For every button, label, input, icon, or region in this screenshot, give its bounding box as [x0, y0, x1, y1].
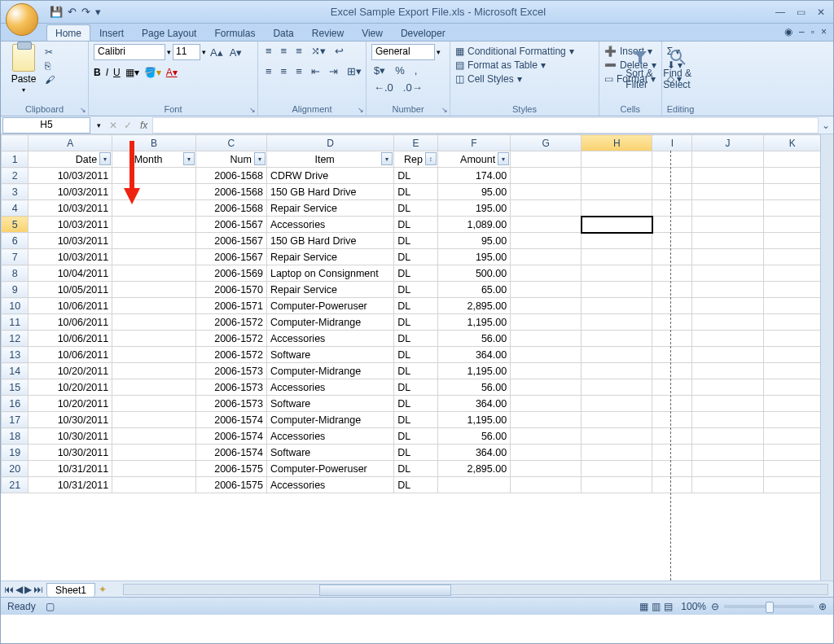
orientation-icon[interactable]: ⤭▾ — [309, 44, 328, 58]
cell-10-K[interactable] — [763, 298, 822, 314]
bold-button[interactable]: B — [94, 67, 101, 78]
cell-13-H[interactable] — [582, 347, 652, 363]
tab-formulas[interactable]: Formulas — [205, 24, 264, 41]
cell-13-J[interactable] — [692, 347, 763, 363]
cell-14-B[interactable] — [112, 363, 196, 379]
cell-12-F[interactable]: 56.00 — [437, 331, 510, 347]
italic-button[interactable]: I — [106, 67, 108, 78]
row-header-9[interactable]: 9 — [2, 282, 29, 298]
cell-5-C[interactable]: 2006-1567 — [195, 217, 266, 233]
col-header-G[interactable]: G — [511, 135, 582, 151]
increase-decimal-icon[interactable]: ←.0 — [371, 81, 396, 94]
cell-11-B[interactable] — [112, 314, 196, 331]
cell-21-F[interactable] — [437, 477, 510, 493]
cell-9-J[interactable] — [692, 282, 763, 298]
cell-20-D[interactable]: Computer-Poweruser — [266, 461, 393, 477]
cell-10-B[interactable] — [112, 298, 196, 314]
cancel-formula-icon[interactable]: ✕ — [106, 120, 121, 131]
align-center-icon[interactable]: ≡ — [279, 64, 290, 78]
cell-4-E[interactable]: DL — [394, 200, 438, 217]
cell-18-D[interactable]: Accessories — [266, 428, 393, 445]
cell-7-G[interactable] — [511, 249, 582, 265]
cell-13-D[interactable]: Software — [266, 347, 393, 363]
align-top-icon[interactable]: ≡ — [263, 44, 274, 58]
cell-8-H[interactable] — [582, 265, 652, 282]
grow-font-icon[interactable]: A▴ — [208, 46, 226, 59]
help-icon[interactable]: ◉ — [784, 26, 792, 37]
cell-6-A[interactable]: 10/03/2011 — [29, 233, 112, 249]
row-header-12[interactable]: 12 — [2, 331, 29, 347]
cell-2-J[interactable] — [692, 168, 763, 184]
cell-20-J[interactable] — [692, 461, 763, 477]
row-header-6[interactable]: 6 — [2, 233, 29, 249]
cell-2-E[interactable]: DL — [394, 168, 438, 184]
cell-19-A[interactable]: 10/30/2011 — [29, 445, 112, 461]
cell-6-F[interactable]: 95.00 — [437, 233, 510, 249]
row-header-10[interactable]: 10 — [2, 298, 29, 314]
cell-18-E[interactable]: DL — [394, 428, 438, 445]
cell-17-G[interactable] — [511, 412, 582, 428]
cell-11-E[interactable]: DL — [394, 314, 438, 331]
cell-10-G[interactable] — [511, 298, 582, 314]
cell-12-G[interactable] — [511, 331, 582, 347]
col-header-C[interactable]: C — [195, 135, 266, 151]
cell-18-A[interactable]: 10/30/2011 — [29, 428, 112, 445]
align-middle-icon[interactable]: ≡ — [279, 44, 290, 58]
row-header-19[interactable]: 19 — [2, 445, 29, 461]
cell-16-B[interactable] — [112, 396, 196, 412]
select-all-corner[interactable] — [2, 135, 29, 151]
cell-7-A[interactable]: 10/03/2011 — [29, 249, 112, 265]
cell-styles-button[interactable]: ◫ Cell Styles ▾ — [455, 73, 522, 85]
cell-11-K[interactable] — [763, 314, 822, 331]
cell-21-J[interactable] — [692, 477, 763, 493]
row-header-5[interactable]: 5 — [2, 217, 29, 233]
number-launcher-icon[interactable]: ↘ — [441, 106, 448, 114]
cell-5-K[interactable] — [763, 217, 822, 233]
cell-1-K[interactable] — [763, 151, 822, 168]
col-header-A[interactable]: A — [29, 135, 112, 151]
cell-18-H[interactable] — [582, 428, 652, 445]
tab-home[interactable]: Home — [46, 24, 90, 41]
vertical-scrollbar[interactable] — [820, 134, 833, 580]
cell-21-C[interactable]: 2006-1575 — [195, 477, 266, 493]
cell-10-E[interactable]: DL — [394, 298, 438, 314]
cell-8-D[interactable]: Laptop on Consignment — [266, 265, 393, 282]
expand-formula-bar-icon[interactable]: ⌄ — [819, 120, 833, 131]
cell-20-G[interactable] — [511, 461, 582, 477]
horizontal-scrollbar[interactable] — [123, 584, 828, 595]
cell-13-B[interactable] — [112, 347, 196, 363]
doc-minimize-button[interactable]: – — [799, 26, 805, 37]
cell-2-K[interactable] — [763, 168, 822, 184]
cell-10-A[interactable]: 10/06/2011 — [29, 298, 112, 314]
cell-3-E[interactable]: DL — [394, 184, 438, 200]
normal-view-icon[interactable]: ▦ — [639, 601, 648, 612]
underline-button[interactable]: U — [113, 67, 121, 78]
cell-3-D[interactable]: 150 GB Hard Drive — [266, 184, 393, 200]
redo-icon[interactable]: ↷ — [81, 6, 90, 18]
maximize-button[interactable]: ▭ — [797, 7, 805, 18]
cell-8-I[interactable] — [652, 265, 692, 282]
cell-19-D[interactable]: Software — [266, 445, 393, 461]
cell-18-K[interactable] — [763, 428, 822, 445]
cell-18-F[interactable]: 56.00 — [437, 428, 510, 445]
cell-1-I[interactable] — [652, 151, 692, 168]
cell-13-E[interactable]: DL — [394, 347, 438, 363]
cell-21-H[interactable] — [582, 477, 652, 493]
cell-9-H[interactable] — [582, 282, 652, 298]
cell-10-F[interactable]: 2,895.00 — [437, 298, 510, 314]
shrink-font-icon[interactable]: A▾ — [227, 46, 245, 59]
cell-15-F[interactable]: 56.00 — [437, 379, 510, 396]
cell-11-F[interactable]: 1,195.00 — [437, 314, 510, 331]
page-layout-view-icon[interactable]: ▥ — [652, 601, 661, 612]
cell-21-B[interactable] — [112, 477, 196, 493]
col-header-D[interactable]: D — [266, 135, 393, 151]
cell-14-E[interactable]: DL — [394, 363, 438, 379]
fx-icon[interactable]: fx — [135, 120, 152, 131]
cell-13-K[interactable] — [763, 347, 822, 363]
cell-10-C[interactable]: 2006-1571 — [195, 298, 266, 314]
cell-14-I[interactable] — [652, 363, 692, 379]
row-header-14[interactable]: 14 — [2, 363, 29, 379]
col-header-B[interactable]: B — [112, 135, 196, 151]
cell-5-I[interactable] — [652, 217, 692, 233]
cell-8-G[interactable] — [511, 265, 582, 282]
